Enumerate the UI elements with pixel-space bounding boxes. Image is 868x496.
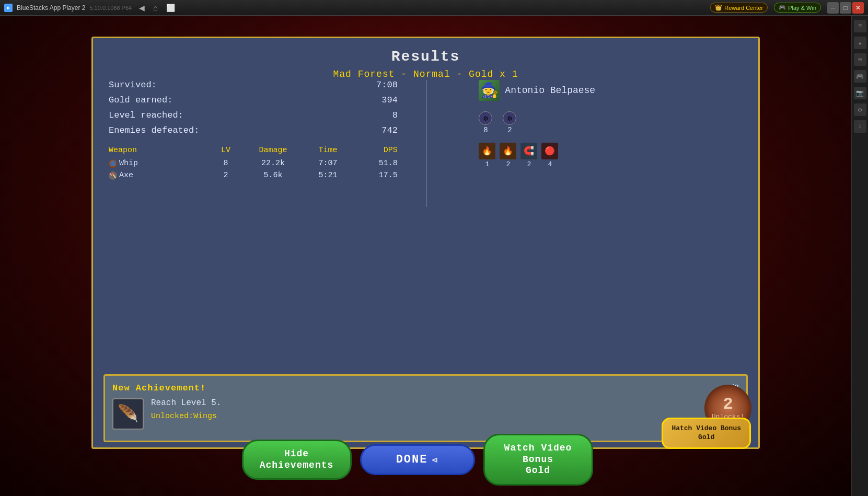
panel-divider: [426, 80, 427, 207]
level-label: Level reached:: [109, 110, 183, 120]
unlocks-number: 2: [723, 396, 733, 413]
achievement-header: New Achievement! 1/2: [112, 383, 739, 393]
item-icon-4: 🔴: [541, 143, 558, 159]
axe-name: 🪓 Axe: [109, 171, 209, 180]
item-4: 🔴 4: [541, 143, 558, 168]
reward-center-button[interactable]: 👑 Reward Center: [710, 3, 768, 13]
close-button[interactable]: ✕: [852, 2, 864, 14]
nav-buttons: ◀ ⌂ ⬜: [136, 3, 178, 13]
window-controls: ─ □ ✕: [827, 2, 864, 14]
achievement-box: New Achievement! 1/2 🪶 Reach Level 5. Un…: [103, 374, 748, 442]
hide-achievements-button[interactable]: HideAchievements: [242, 440, 352, 480]
stat-val-2: 2: [507, 126, 512, 134]
sidebar-icon-4[interactable]: 🎮: [854, 70, 866, 83]
achievement-wing-icon: 🪶: [118, 403, 138, 424]
axe-damage: 5.6k: [243, 171, 303, 180]
col-time-header: Time: [303, 146, 353, 155]
stat-group-1: ⚙ 8: [479, 111, 492, 134]
titlebar-left: ▶ BlueStacks App Player 2 5.10.0.1088 P6…: [4, 3, 178, 13]
character-sprite: 🧙: [479, 80, 500, 101]
whip-icon: 🌀: [109, 159, 117, 168]
titlebar-right: 👑 Reward Center 🎮 Play & Win ─ □ ✕: [710, 2, 864, 14]
bottom-buttons: HideAchievements DONE ⊲ Watch Video Bonu…: [91, 434, 743, 486]
axe-dps: 17.5: [353, 171, 398, 180]
done-label: DONE: [396, 453, 428, 466]
sidebar-icon-1[interactable]: ≡: [854, 20, 866, 32]
axe-time: 5:21: [303, 171, 353, 180]
gold-label: Gold earned:: [109, 95, 172, 105]
app-version: 5.10.0.1088 P64: [89, 5, 132, 11]
achievement-content: 🪶 Reach Level 5. Unlocked:Wings 2 Unlock…: [112, 398, 739, 430]
weapon-table-header: Weapon LV Damage Time DPS: [109, 146, 408, 155]
stat-group-2: ⚙ 2: [503, 111, 516, 134]
character-pixel-art: 🧙: [480, 82, 499, 99]
whip-damage: 22.2k: [243, 159, 303, 168]
whip-dps: 51.8: [353, 159, 398, 168]
item-icon-2: 🔥: [500, 143, 516, 159]
survived-label: Survived:: [109, 80, 157, 90]
enemies-value: 742: [381, 125, 398, 135]
col-weapon-header: Weapon: [109, 146, 209, 155]
level-value: 8: [392, 110, 398, 120]
reward-icon: 👑: [715, 4, 722, 11]
forward-button[interactable]: ⬜: [163, 3, 178, 13]
done-arrow-icon: ⊲: [432, 454, 438, 466]
titlebar: ▶ BlueStacks App Player 2 5.10.0.1088 P6…: [0, 0, 868, 16]
axe-lv: 2: [209, 171, 244, 180]
app-title: BlueStacks App Player 2: [17, 4, 85, 11]
character-section: 🧙 Antonio Belpaese ⚙ 8 ⚙ 2 🔥 1: [463, 80, 743, 168]
sidebar-icon-5[interactable]: 📷: [854, 87, 866, 99]
survived-value: 7:08: [376, 80, 398, 90]
minimize-button[interactable]: ─: [827, 2, 839, 14]
results-panel: Results Mad Forest - Normal - Gold x 1 S…: [91, 37, 760, 449]
survived-row: Survived: 7:08: [109, 80, 408, 90]
stat-val-1: 8: [483, 126, 488, 134]
weapon-row-whip: 🌀 Whip 8 22.2k 7:07 51.8: [109, 159, 408, 168]
achievement-unlocked: Unlocked:Wings: [151, 412, 739, 421]
maximize-button[interactable]: □: [840, 2, 851, 14]
stage-info: Mad Forest - Normal - Gold x 1: [93, 69, 758, 79]
game-area: Results Mad Forest - Normal - Gold x 1 S…: [0, 16, 851, 496]
sidebar-icon-6[interactable]: ⚙: [854, 103, 866, 116]
achievement-text: Reach Level 5. Unlocked:Wings: [151, 398, 739, 421]
item-val-4: 4: [548, 160, 552, 168]
item-3: 🧲 2: [520, 143, 537, 168]
axe-icon: 🪓: [109, 171, 117, 180]
hatch-line1: Hatch Video Bonus: [672, 424, 741, 433]
item-1: 🔥 1: [479, 143, 495, 168]
item-icon-3: 🧲: [520, 143, 537, 159]
item-icon-1: 🔥: [479, 143, 495, 159]
home-button[interactable]: ⌂: [150, 3, 160, 13]
weapon-row-axe: 🪓 Axe 2 5.6k 5:21 17.5: [109, 171, 408, 180]
hatch-line2: Gold: [672, 433, 741, 442]
item-val-1: 1: [485, 160, 489, 168]
achievement-icon-box: 🪶: [112, 398, 144, 430]
col-lv-header: LV: [209, 146, 244, 155]
achievement-title: New Achievement!: [112, 383, 206, 393]
whip-time: 7:07: [303, 159, 353, 168]
items-row: 🔥 1 🔥 2 🧲 2 🔴 4: [479, 143, 558, 168]
enemies-label: Enemies defeated:: [109, 125, 199, 135]
done-button[interactable]: DONE ⊲: [360, 444, 475, 475]
stat-icon-1: ⚙: [479, 111, 492, 125]
stat-icon-2: ⚙: [503, 111, 516, 125]
watch-video-button[interactable]: Watch Video BonusGold: [483, 434, 593, 486]
app-icon: ▶: [4, 4, 13, 12]
back-button[interactable]: ◀: [136, 3, 148, 13]
col-damage-header: Damage: [243, 146, 303, 155]
item-val-3: 2: [527, 160, 531, 168]
sidebar-icon-7[interactable]: ↕: [854, 120, 866, 133]
whip-name: 🌀 Whip: [109, 159, 209, 168]
hatch-badge: Hatch Video Bonus Gold: [662, 418, 751, 449]
reward-label: Reward Center: [724, 5, 763, 11]
sidebar-icon-3[interactable]: ⌨: [854, 53, 866, 66]
item-val-2: 2: [506, 160, 510, 168]
level-row: Level reached: 8: [109, 110, 408, 120]
play-win-button[interactable]: 🎮 Play & Win: [774, 3, 821, 13]
results-title: Results: [93, 38, 758, 65]
col-dps-header: DPS: [353, 146, 398, 155]
right-sidebar: ≡ ★ ⌨ 🎮 📷 ⚙ ↕: [851, 16, 868, 496]
achievement-description: Reach Level 5.: [151, 398, 739, 408]
enemies-row: Enemies defeated: 742: [109, 125, 408, 135]
sidebar-icon-2[interactable]: ★: [854, 37, 866, 49]
